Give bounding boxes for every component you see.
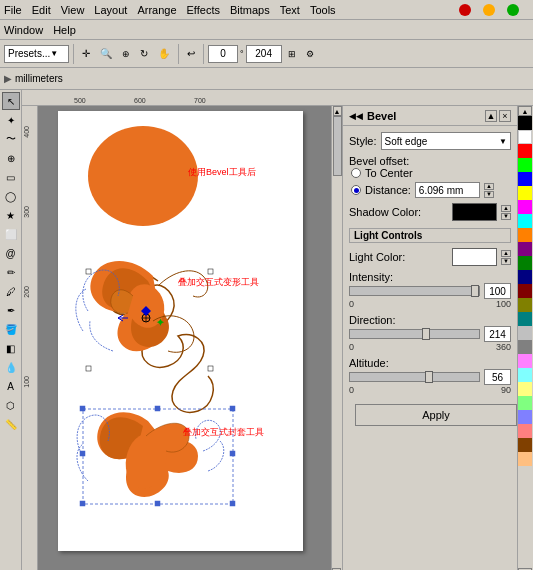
tool-bucket[interactable]: 🪣	[2, 320, 20, 338]
palette-color-lightgreen[interactable]	[518, 396, 532, 410]
shadow-down-btn[interactable]: ▼	[501, 213, 511, 220]
palette-color-lightyellow[interactable]	[518, 382, 532, 396]
tool-zoom[interactable]: 🔍	[96, 46, 116, 61]
menu-effects[interactable]: Effects	[187, 4, 220, 16]
handle-bottom-br[interactable]	[230, 501, 235, 506]
style-select[interactable]: Soft edge ▼	[381, 132, 511, 150]
shape-circle[interactable]	[88, 126, 198, 226]
menu-view[interactable]: View	[61, 4, 85, 16]
window-close[interactable]	[459, 4, 471, 16]
shape-bottom-flame[interactable]	[77, 406, 235, 506]
palette-color-purple[interactable]	[518, 242, 532, 256]
palette-color-lightblue[interactable]	[518, 410, 532, 424]
tool-node[interactable]: ✦	[2, 111, 20, 129]
palette-color-black[interactable]	[518, 116, 532, 130]
palette-color-lightmagenta[interactable]	[518, 354, 532, 368]
tool-calligraphy[interactable]: ✒	[2, 301, 20, 319]
distance-up-btn[interactable]: ▲	[484, 183, 494, 190]
palette-color-gray[interactable]	[518, 340, 532, 354]
tool-cursor[interactable]: ✛	[78, 46, 94, 61]
menu-window[interactable]: Window	[4, 24, 43, 36]
presets-select[interactable]: Presets... ▼	[4, 45, 69, 63]
window-minimize[interactable]	[483, 4, 495, 16]
tool-zoom-tool[interactable]: ⊕	[2, 149, 20, 167]
palette-color-silver[interactable]	[518, 326, 532, 340]
tool-tweak[interactable]: 〜	[2, 130, 20, 148]
shadow-up-btn[interactable]: ▲	[501, 205, 511, 212]
handle-tr[interactable]	[208, 269, 213, 274]
tool-grid[interactable]: ⊞	[284, 47, 300, 61]
light-color-up-btn[interactable]: ▲	[501, 250, 511, 257]
menu-arrange[interactable]: Arrange	[137, 4, 176, 16]
handle-bottom-tr[interactable]	[230, 406, 235, 411]
coord-y-input[interactable]: 204	[246, 45, 282, 63]
tool-connector[interactable]: ⬡	[2, 396, 20, 414]
palette-color-green[interactable]	[518, 158, 532, 172]
palette-color-olive[interactable]	[518, 298, 532, 312]
radio-to-center[interactable]	[351, 168, 361, 178]
panel-arrow-btn[interactable]: ▲	[485, 110, 497, 122]
palette-color-navy[interactable]	[518, 270, 532, 284]
tool-pencil[interactable]: ✏	[2, 263, 20, 281]
vscroll-thumb[interactable]	[333, 116, 342, 176]
canvas[interactable]: ✦	[38, 106, 342, 570]
tool-dropper[interactable]: 💧	[2, 358, 20, 376]
tool-pen[interactable]: 🖊	[2, 282, 20, 300]
palette-color-cyan[interactable]	[518, 214, 532, 228]
handle-tl[interactable]	[86, 269, 91, 274]
palette-color-red[interactable]	[518, 144, 532, 158]
palette-color-teal[interactable]	[518, 312, 532, 326]
coord-x-input[interactable]: 0	[208, 45, 238, 63]
palette-color-maroon[interactable]	[518, 284, 532, 298]
palette-color-darkgreen[interactable]	[518, 256, 532, 270]
distance-input[interactable]	[415, 182, 480, 198]
palette-color-lightred[interactable]	[518, 424, 532, 438]
palette-color-lightcyan[interactable]	[518, 368, 532, 382]
vscrollbar[interactable]: ▲ ▼	[331, 106, 342, 570]
tool-zoom2[interactable]: ⊕	[118, 47, 134, 61]
light-color-swatch[interactable]	[452, 248, 497, 266]
handle-bl[interactable]	[86, 366, 91, 371]
shadow-color-swatch[interactable]	[452, 203, 497, 221]
tool-rect[interactable]: ▭	[2, 168, 20, 186]
tool-ellipse[interactable]: ◯	[2, 187, 20, 205]
altitude-slider[interactable]	[349, 372, 480, 382]
palette-color-orange[interactable]	[518, 228, 532, 242]
tool-pan[interactable]: ✋	[154, 46, 174, 61]
intensity-slider[interactable]	[349, 286, 480, 296]
menu-tools[interactable]: Tools	[310, 4, 336, 16]
distance-down-btn[interactable]: ▼	[484, 191, 494, 198]
palette-color-peach[interactable]	[518, 452, 532, 466]
direction-slider[interactable]	[349, 329, 480, 339]
handle-br[interactable]	[208, 366, 213, 371]
tool-select[interactable]: ↖	[2, 92, 20, 110]
window-maximize[interactable]	[507, 4, 519, 16]
palette-color-yellow[interactable]	[518, 186, 532, 200]
menu-edit[interactable]: Edit	[32, 4, 51, 16]
palette-color-white[interactable]	[518, 130, 532, 144]
tool-gradient[interactable]: ◧	[2, 339, 20, 357]
tool-rotate[interactable]: ↻	[136, 46, 152, 61]
apply-button[interactable]: Apply	[355, 404, 517, 426]
palette-up-btn[interactable]: ▲	[518, 106, 532, 116]
menu-bitmaps[interactable]: Bitmaps	[230, 4, 270, 16]
handle-bottom-tl[interactable]	[80, 406, 85, 411]
menu-file[interactable]: File	[4, 4, 22, 16]
tool-measure[interactable]: 📏	[2, 415, 20, 433]
tool-settings[interactable]: ⚙	[302, 47, 318, 61]
tool-3d[interactable]: ⬜	[2, 225, 20, 243]
palette-color-magenta[interactable]	[518, 200, 532, 214]
tool-undo[interactable]: ↩	[183, 46, 199, 61]
panel-close-btn[interactable]: ×	[499, 110, 511, 122]
palette-color-blue[interactable]	[518, 172, 532, 186]
tool-spiral[interactable]: @	[2, 244, 20, 262]
palette-color-brown[interactable]	[518, 438, 532, 452]
menu-layout[interactable]: Layout	[94, 4, 127, 16]
light-color-down-btn[interactable]: ▼	[501, 258, 511, 265]
tool-star[interactable]: ★	[2, 206, 20, 224]
vscroll-up-btn[interactable]: ▲	[333, 106, 342, 116]
tool-text-tool[interactable]: A	[2, 377, 20, 395]
radio-distance[interactable]	[351, 185, 361, 195]
menu-text[interactable]: Text	[280, 4, 300, 16]
menu-help[interactable]: Help	[53, 24, 76, 36]
